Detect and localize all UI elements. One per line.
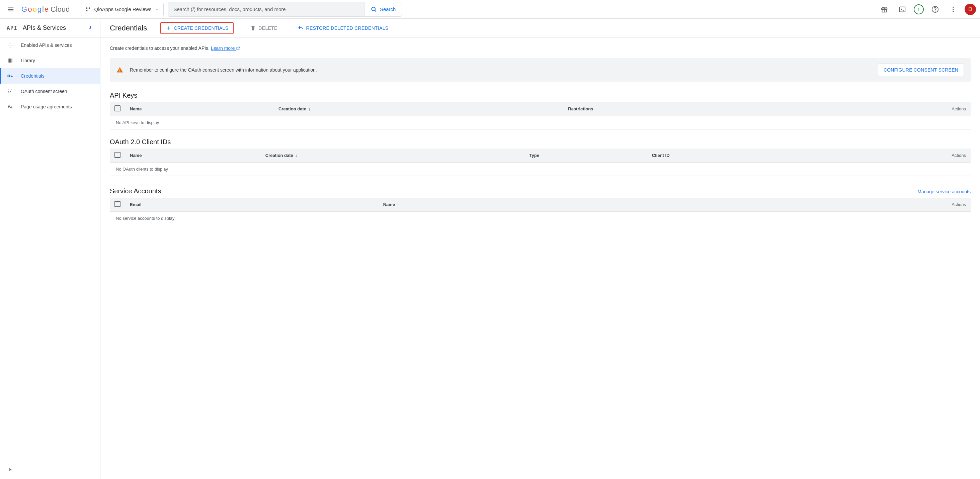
col-email[interactable]: Email <box>125 198 379 212</box>
alert-text: Remember to configure the OAuth consent … <box>130 67 871 73</box>
svg-rect-8 <box>900 7 905 12</box>
help-button[interactable] <box>929 3 942 16</box>
svg-point-1 <box>88 7 90 9</box>
oauth-title: OAuth 2.0 Client IDs <box>110 138 970 146</box>
top-bar: Google Cloud QloApps Google Reviews Sear… <box>0 0 980 19</box>
key-icon <box>7 73 13 79</box>
sidebar-item-enabled-apis[interactable]: Enabled APIs & services <box>0 38 100 53</box>
select-all-checkbox[interactable] <box>115 105 121 111</box>
menu-icon <box>7 6 14 13</box>
logo-cloud-text: Cloud <box>51 5 70 14</box>
svg-point-24 <box>11 89 12 90</box>
restore-deleted-button[interactable]: RESTORE DELETED CREDENTIALS <box>294 22 392 34</box>
svg-point-23 <box>10 89 10 90</box>
svg-rect-30 <box>8 107 10 108</box>
free-trial-button[interactable] <box>878 3 891 16</box>
enabled-apis-icon <box>7 42 13 48</box>
sidebar-item-credentials[interactable]: Credentials <box>0 68 100 84</box>
project-selector[interactable]: QloApps Google Reviews <box>81 3 164 16</box>
pin-icon <box>88 25 93 31</box>
col-type[interactable]: Type <box>525 149 647 163</box>
account-avatar[interactable]: D <box>965 4 976 15</box>
delete-label: DELETE <box>258 25 277 31</box>
search-icon <box>371 6 377 13</box>
search-input[interactable] <box>168 2 364 16</box>
body: API APIs & Services Enabled APIs & servi… <box>0 19 980 479</box>
google-cloud-logo[interactable]: Google Cloud <box>21 5 70 14</box>
service-accounts-table: Email Name↑ Actions No service accounts … <box>110 198 970 225</box>
sidebar-item-label: Library <box>21 58 35 63</box>
sort-asc-icon: ↑ <box>397 202 399 207</box>
manage-service-accounts-link[interactable]: Manage service accounts <box>917 189 970 194</box>
cloud-shell-button[interactable] <box>896 3 909 16</box>
col-client-id[interactable]: Client ID <box>647 149 820 163</box>
open-in-new-icon <box>236 46 240 51</box>
sidebar-item-oauth-consent[interactable]: OAuth consent screen <box>0 84 100 99</box>
warning-icon-wrap <box>116 67 123 73</box>
svg-line-4 <box>375 10 376 11</box>
svg-point-10 <box>935 11 935 11</box>
sidebar-header: API APIs & Services <box>0 19 100 38</box>
select-all-checkbox[interactable] <box>115 201 121 207</box>
delete-button[interactable]: DELETE <box>247 23 280 33</box>
main-content: Credentials CREATE CREDENTIALS DELETE RE… <box>100 19 980 479</box>
svg-point-25 <box>8 91 9 92</box>
api-keys-title: API Keys <box>110 92 970 99</box>
learn-more-label: Learn more <box>211 46 235 51</box>
svg-point-22 <box>8 89 9 90</box>
col-creation-date[interactable]: Creation date↓ <box>274 102 563 116</box>
svg-point-11 <box>953 6 954 8</box>
col-creation-label: Creation date <box>278 106 306 111</box>
create-credentials-label: CREATE CREDENTIALS <box>174 25 228 31</box>
svg-rect-28 <box>8 105 10 106</box>
svg-point-12 <box>953 9 954 10</box>
api-icon: API <box>7 25 18 31</box>
help-icon <box>931 6 939 13</box>
col-actions: Actions <box>685 198 970 212</box>
search-button[interactable]: Search <box>364 2 402 16</box>
consent-alert: Remember to configure the OAuth consent … <box>110 58 970 82</box>
oauth-empty: No OAuth clients to display <box>110 163 970 176</box>
project-dots-icon <box>85 6 91 13</box>
sidebar-item-library[interactable]: Library <box>0 53 100 68</box>
svg-point-0 <box>86 7 88 9</box>
caret-down-icon <box>154 7 159 12</box>
col-name[interactable]: Name <box>125 102 274 116</box>
intro-text: Create credentials to access your enable… <box>110 46 970 51</box>
col-name[interactable]: Name <box>125 149 261 163</box>
hamburger-menu-button[interactable] <box>4 3 18 16</box>
sidebar-item-page-usage[interactable]: Page usage agreements <box>0 99 100 114</box>
configure-consent-button[interactable]: CONFIGURE CONSENT SCREEN <box>878 63 964 76</box>
col-actions: Actions <box>820 149 970 163</box>
svg-point-26 <box>8 92 9 93</box>
svg-rect-16 <box>10 59 11 63</box>
col-restrictions[interactable]: Restrictions <box>563 102 805 116</box>
page-usage-icon <box>7 104 13 110</box>
notifications-button[interactable]: 1 <box>914 4 924 14</box>
oauth-table: Name Creation date↓ Type Client ID Actio… <box>110 149 970 176</box>
intro-prefix: Create credentials to access your enable… <box>110 46 211 51</box>
topbar-right: 1 D <box>878 3 976 16</box>
service-accounts-header: Service Accounts Manage service accounts <box>110 185 970 198</box>
api-keys-empty: No API keys to display <box>110 116 970 130</box>
select-all-checkbox[interactable] <box>115 152 121 158</box>
svg-rect-14 <box>8 59 8 63</box>
more-options-button[interactable] <box>947 3 960 16</box>
gift-icon <box>881 6 888 13</box>
sidebar-item-label: Credentials <box>21 73 45 79</box>
svg-point-13 <box>953 11 954 12</box>
sidebar: API APIs & Services Enabled APIs & servi… <box>0 19 100 479</box>
svg-rect-29 <box>8 106 10 107</box>
sort-desc-icon: ↓ <box>295 153 298 158</box>
collapse-icon <box>7 466 14 473</box>
collapse-sidebar-button[interactable] <box>7 466 14 473</box>
learn-more-link[interactable]: Learn more <box>211 46 240 51</box>
col-creation-date[interactable]: Creation date↓ <box>261 149 525 163</box>
svg-point-27 <box>10 92 10 93</box>
col-creation-label: Creation date <box>266 153 293 158</box>
col-name[interactable]: Name↑ <box>379 198 686 212</box>
create-credentials-button[interactable]: CREATE CREDENTIALS <box>160 22 234 34</box>
pin-button[interactable] <box>88 25 93 31</box>
terminal-icon <box>899 6 906 13</box>
consent-icon <box>7 88 13 94</box>
